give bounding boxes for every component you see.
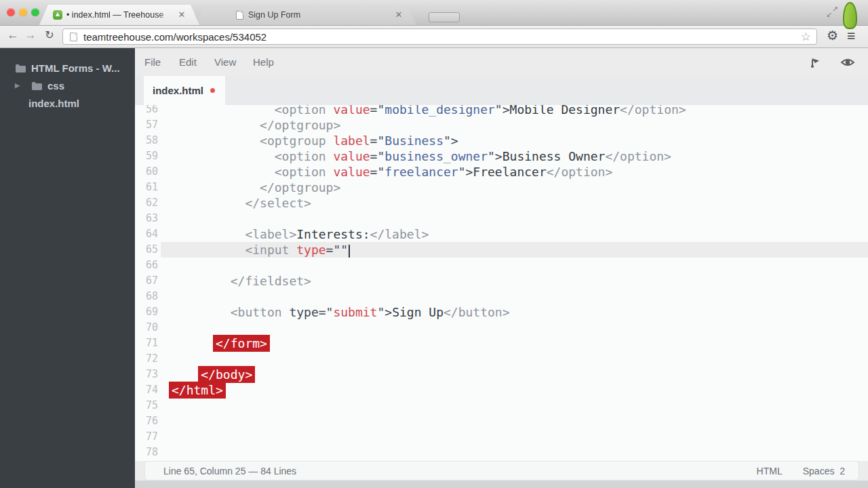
file-tab-index-html[interactable]: index.html bbox=[144, 76, 225, 105]
code-line-57[interactable]: 57 </optgroup> bbox=[135, 117, 868, 133]
menu-help[interactable]: Help bbox=[253, 56, 274, 68]
page-favicon-icon bbox=[236, 11, 243, 20]
file-tab-bar: index.html bbox=[135, 76, 868, 105]
bookmark-star-icon[interactable]: ☆ bbox=[801, 30, 811, 44]
line-content: <optgroup label="Business"> bbox=[172, 133, 458, 148]
line-content: <option value="mobile_designer">Mobile D… bbox=[172, 105, 686, 117]
line-number: 60 bbox=[135, 164, 158, 180]
code-line-62[interactable]: 62 </select> bbox=[135, 195, 868, 211]
line-number: 57 bbox=[135, 117, 158, 133]
line-number: 75 bbox=[135, 398, 158, 413]
code-line-60[interactable]: 60 <option value="freelancer">Freelancer… bbox=[135, 164, 868, 180]
sidebar-item-label: css bbox=[47, 80, 64, 92]
line-number: 74 bbox=[135, 382, 158, 398]
code-line-64[interactable]: 64 <label>Interests:</label> bbox=[135, 226, 868, 242]
line-number: 65 bbox=[135, 242, 158, 258]
code-line-76[interactable]: 76 bbox=[135, 413, 868, 429]
forward-button[interactable]: → bbox=[23, 28, 38, 42]
indent-value: 2 bbox=[840, 466, 845, 476]
preview-eye-icon[interactable] bbox=[840, 56, 854, 69]
code-line-56[interactable]: 56 <option value="mobile_designer">Mobil… bbox=[135, 105, 868, 117]
bottom-strip bbox=[135, 481, 868, 488]
language-mode-button[interactable]: HTML bbox=[757, 466, 783, 476]
code-line-75[interactable]: 75 bbox=[135, 398, 868, 413]
editor-menubar: File Edit View Help bbox=[135, 48, 868, 76]
menu-edit[interactable]: Edit bbox=[179, 56, 197, 68]
indentation-button[interactable]: Spaces 2 bbox=[803, 466, 845, 476]
code-line-73[interactable]: 73 </body> bbox=[135, 367, 868, 382]
line-number: 78 bbox=[135, 445, 158, 460]
hamburger-menu-icon[interactable]: ≡ bbox=[847, 28, 855, 44]
line-number: 58 bbox=[135, 133, 158, 148]
gear-icon[interactable]: ⚙ bbox=[827, 28, 838, 43]
menu-view[interactable]: View bbox=[214, 56, 236, 68]
tab-title: • index.html — Treehouse bbox=[66, 10, 174, 20]
code-line-59[interactable]: 59 <option value="business_owner">Busine… bbox=[135, 148, 868, 164]
code-line-68[interactable]: 68 bbox=[135, 289, 868, 304]
browser-title-bar: • index.html — Treehouse ✕ Sign Up Form … bbox=[0, 0, 868, 26]
text-cursor bbox=[349, 245, 350, 258]
url-text[interactable]: teamtreehouse.com/workspaces/534052 bbox=[83, 31, 801, 43]
code-line-61[interactable]: 61 </optgroup> bbox=[135, 180, 868, 195]
browser-tab-inactive[interactable]: Sign Up Form ✕ bbox=[195, 5, 416, 25]
sidebar-item-index-html[interactable]: index.html bbox=[0, 95, 135, 111]
line-number: 73 bbox=[135, 367, 158, 382]
sidebar-item-css-folder[interactable]: ▶ css bbox=[0, 77, 135, 94]
file-tab-label: index.html bbox=[153, 85, 203, 96]
folder-icon bbox=[31, 81, 42, 90]
code-area[interactable]: 56 <option value="mobile_designer">Mobil… bbox=[135, 105, 868, 461]
line-content: <option value="business_owner">Business … bbox=[172, 148, 671, 164]
line-number: 61 bbox=[135, 180, 158, 195]
line-content: </fieldset> bbox=[172, 273, 311, 289]
line-number: 72 bbox=[135, 351, 158, 367]
code-line-74[interactable]: 74</html> bbox=[135, 382, 868, 398]
code-line-58[interactable]: 58 <optgroup label="Business"> bbox=[135, 133, 868, 148]
code-line-71[interactable]: 71 </form> bbox=[135, 336, 868, 351]
line-content: </html> bbox=[172, 382, 226, 398]
new-tab-button[interactable] bbox=[429, 12, 460, 22]
line-content: </form> bbox=[172, 336, 270, 351]
fork-icon[interactable] bbox=[809, 56, 823, 69]
line-content: <button type="submit">Sign Up</button> bbox=[172, 304, 510, 320]
tab-close-icon[interactable]: ✕ bbox=[393, 9, 404, 20]
line-number: 63 bbox=[135, 211, 158, 226]
code-line-65[interactable]: 65 <input type="" bbox=[135, 242, 868, 258]
browser-tab-active[interactable]: • index.html — Treehouse ✕ bbox=[39, 5, 199, 25]
fullscreen-expand-icon[interactable]: ↗↙ bbox=[826, 5, 838, 18]
window-zoom-button[interactable] bbox=[31, 8, 39, 16]
code-line-72[interactable]: 72 bbox=[135, 351, 868, 367]
line-content: </optgroup> bbox=[172, 180, 340, 195]
sidebar-item-label: HTML Forms - W... bbox=[31, 62, 120, 74]
line-number: 71 bbox=[135, 336, 158, 351]
code-line-77[interactable]: 77 bbox=[135, 429, 868, 445]
code-line-70[interactable]: 70 bbox=[135, 320, 868, 336]
window-close-button[interactable] bbox=[7, 8, 15, 16]
line-content: </body> bbox=[172, 367, 255, 382]
address-bar[interactable]: teamtreehouse.com/workspaces/534052 ☆ bbox=[62, 28, 817, 45]
line-number: 64 bbox=[135, 226, 158, 242]
line-number: 77 bbox=[135, 429, 158, 445]
line-number: 67 bbox=[135, 273, 158, 289]
code-line-67[interactable]: 67 </fieldset> bbox=[135, 273, 868, 289]
code-line-78[interactable]: 78 bbox=[135, 445, 868, 460]
line-number: 62 bbox=[135, 195, 158, 211]
treehouse-favicon-icon bbox=[53, 10, 62, 20]
line-content: <input type="" bbox=[172, 242, 350, 258]
line-content: </optgroup> bbox=[172, 117, 340, 133]
line-number: 59 bbox=[135, 148, 158, 164]
code-line-69[interactable]: 69 <button type="submit">Sign Up</button… bbox=[135, 304, 868, 320]
tab-close-icon[interactable]: ✕ bbox=[176, 9, 187, 20]
menu-file[interactable]: File bbox=[144, 56, 161, 68]
line-content: <option value="freelancer">Freelancer</o… bbox=[172, 164, 612, 180]
indent-label: Spaces bbox=[803, 466, 835, 476]
chevron-right-icon[interactable]: ▶ bbox=[15, 82, 22, 89]
sidebar-item-project-root[interactable]: HTML Forms - W... bbox=[0, 60, 135, 76]
back-button[interactable]: ← bbox=[5, 28, 20, 42]
code-line-63[interactable]: 63 bbox=[135, 211, 868, 226]
code-line-66[interactable]: 66 bbox=[135, 258, 868, 273]
window-minimize-button[interactable] bbox=[19, 8, 27, 16]
line-number: 68 bbox=[135, 289, 158, 304]
reload-button[interactable]: ↻ bbox=[42, 28, 57, 41]
line-number: 69 bbox=[135, 304, 158, 320]
browser-toolbar: ← → ↻ teamtreehouse.com/workspaces/53405… bbox=[0, 26, 868, 48]
